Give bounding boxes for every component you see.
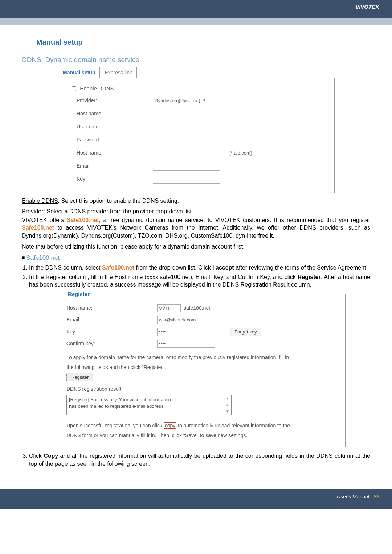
- key-input[interactable]: [153, 175, 220, 184]
- host1-label: Host name:: [77, 110, 153, 117]
- pass-input[interactable]: [153, 136, 220, 144]
- reg-key-input[interactable]: [157, 328, 215, 336]
- scroll-up-icon[interactable]: ▲: [226, 396, 229, 401]
- user-label: User name:: [77, 123, 153, 130]
- header-bar: VIVOTEK: [0, 0, 392, 18]
- result-box: [Register] Successfully. Your account in…: [66, 395, 232, 415]
- page-content: Manual setup DDNS: Dynamic domain name s…: [0, 25, 392, 468]
- result-heading: DDNS registration result: [66, 386, 337, 393]
- header-stripe: [0, 18, 392, 25]
- steps-list: In the DDNS column, select Safe100.net f…: [22, 264, 370, 289]
- provider-select[interactable]: Dyndns.org(Dynamic): [153, 97, 207, 105]
- reg-confirm-label: Confirm key:: [66, 340, 157, 347]
- reg-email-label: Email:: [66, 316, 157, 323]
- safe100-heading: Safe100.net: [26, 254, 60, 261]
- heading-manual-setup: Manual setup: [36, 37, 370, 47]
- safe100-section: ■ Safe100.net: [22, 254, 370, 262]
- key-label: Key:: [77, 176, 153, 182]
- steps-list-cont: Click Copy and all the registered inform…: [22, 452, 370, 468]
- forget-key-button[interactable]: Forget key: [230, 328, 261, 336]
- heading-ddns: DDNS: Dynamic domain name service: [22, 55, 370, 65]
- host1-input[interactable]: [153, 110, 220, 118]
- scroll-down-icon[interactable]: ▼: [226, 409, 229, 414]
- pass-label: Password:: [77, 136, 153, 143]
- copy-link-box[interactable]: copy: [164, 422, 177, 429]
- reg-host-suffix: .safe100.net: [182, 305, 210, 312]
- reg-confirm-input[interactable]: [157, 340, 215, 348]
- apply-text: To apply for a domain name for the camer…: [66, 353, 337, 372]
- tab-manual-setup[interactable]: Manual setup: [58, 67, 100, 78]
- reg-key-label: Key:: [66, 328, 157, 335]
- footer-bar: User's Manual - 83: [0, 489, 392, 509]
- scroll-grip-icon[interactable]: ≡: [226, 402, 229, 407]
- email-label: Email:: [77, 163, 153, 169]
- enable-ddns-checkbox[interactable]: [72, 86, 76, 91]
- ddns-tabs: Manual setup Express link: [58, 67, 370, 78]
- footer-text: User's Manual -: [337, 494, 373, 500]
- reg-host-input[interactable]: [157, 304, 181, 312]
- para-note: Note that before utilizing this function…: [22, 243, 370, 251]
- host2-suffix: [*.tzo.com]: [229, 150, 252, 156]
- para-enable-ddns: Enable DDNS: Select this option to enabl…: [22, 197, 370, 205]
- scrollbar-icons[interactable]: ▲ ≡ ▼: [225, 396, 230, 414]
- reg-email-input[interactable]: [157, 316, 215, 324]
- upon-text: Upon successful registration, you can cl…: [66, 421, 337, 440]
- enable-ddns-row: Enable DDNS: [70, 85, 327, 93]
- register-button[interactable]: Register: [66, 373, 93, 382]
- email-input[interactable]: [153, 162, 220, 171]
- reg-host-label: Host name:: [66, 305, 157, 312]
- provider-label: Provider:: [77, 97, 153, 104]
- tab-express-link[interactable]: Express link: [100, 67, 136, 78]
- footer-page-number: 83: [373, 494, 379, 500]
- para-provider: Provider: Select a DDNS provider from th…: [22, 208, 370, 216]
- step-3: Click Copy and all the registered inform…: [29, 452, 370, 468]
- host2-input[interactable]: [153, 149, 220, 157]
- brand-text: VIVOTEK: [355, 4, 379, 10]
- enable-ddns-label: Enable DDNS: [80, 85, 114, 91]
- step-2: In the Register column, fill in the Host…: [29, 273, 370, 289]
- step-1: In the DDNS column, select Safe100.net f…: [29, 264, 370, 272]
- host2-label: Host name:: [77, 149, 153, 156]
- ddns-panel: Enable DDNS Provider: Dyndns.org(Dynamic…: [58, 78, 335, 193]
- para-vivotek-offers: VIVOTEK offers Safe100.net, a free dynam…: [22, 216, 370, 240]
- register-panel: Register Host name: .safe100.net Email: …: [58, 294, 346, 447]
- register-legend: Register: [66, 291, 92, 298]
- user-input[interactable]: [153, 123, 220, 131]
